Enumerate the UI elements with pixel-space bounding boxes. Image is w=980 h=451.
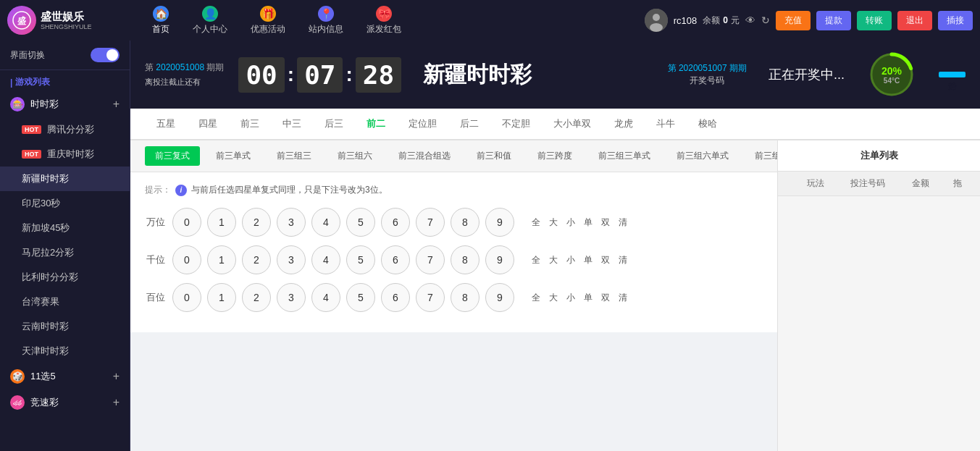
quick-clear-q[interactable]: 清 [619, 254, 627, 266]
num-btn-w6[interactable]: 6 [381, 208, 410, 237]
num-btn-q7[interactable]: 7 [416, 245, 445, 274]
tixian-button[interactable]: 提款 [816, 11, 851, 30]
num-btn-b0[interactable]: 0 [172, 283, 201, 312]
quick-clear-b[interactable]: 清 [619, 292, 627, 304]
kefu-button[interactable]: 插接 [938, 11, 973, 30]
sidebar-item-tengxun[interactable]: HOT 腾讯分分彩 [0, 117, 130, 142]
sub-tab-0[interactable]: 前三复式 [145, 146, 200, 166]
num-btn-w7[interactable]: 7 [416, 208, 445, 237]
num-btn-b3[interactable]: 3 [277, 283, 306, 312]
jingsu-plus[interactable]: + [113, 396, 120, 409]
num-btn-w1[interactable]: 1 [207, 208, 236, 237]
refresh-icon[interactable]: ↻ [761, 14, 770, 26]
num-btn-q6[interactable]: 6 [381, 245, 410, 274]
quick-even-w[interactable]: 双 [601, 216, 610, 229]
interface-toggle[interactable] [91, 48, 120, 62]
chongzhi-button[interactable]: 充值 [776, 11, 811, 30]
num-btn-b6[interactable]: 6 [381, 283, 410, 312]
num-btn-w8[interactable]: 8 [451, 208, 479, 237]
tab-qianer[interactable]: 前二 [355, 109, 397, 140]
sub-tab-9[interactable]: 前三组选和值 [745, 146, 777, 166]
num-btn-b2[interactable]: 2 [242, 283, 271, 312]
num-btn-w3[interactable]: 3 [277, 208, 306, 237]
trend-side-btn[interactable]: 趋势 [939, 72, 966, 77]
quick-odd-b[interactable]: 单 [584, 292, 592, 304]
num-btn-w4[interactable]: 4 [311, 208, 340, 237]
tab-zhongsan[interactable]: 中三 [271, 109, 313, 140]
num-btn-b7[interactable]: 7 [416, 283, 445, 312]
eye-icon[interactable]: 👁 [745, 14, 755, 26]
tab-longhu[interactable]: 龙虎 [603, 109, 645, 140]
quick-even-b[interactable]: 双 [601, 292, 610, 304]
tuichu-button[interactable]: 退出 [897, 11, 932, 30]
num-btn-q8[interactable]: 8 [451, 245, 479, 274]
tab-qiansan[interactable]: 前三 [229, 109, 271, 140]
num-btn-q0[interactable]: 0 [172, 245, 201, 274]
sub-tab-7[interactable]: 前三组三单式 [588, 146, 661, 166]
quick-small-w[interactable]: 小 [566, 216, 575, 229]
quick-all-b[interactable]: 全 [532, 292, 540, 304]
shishicai-plus[interactable]: + [113, 98, 120, 111]
num-btn-b9[interactable]: 9 [485, 283, 514, 312]
quick-small-q[interactable]: 小 [566, 254, 575, 266]
sub-tab-5[interactable]: 前三和值 [466, 146, 522, 166]
tab-housan[interactable]: 后三 [313, 109, 355, 140]
num-btn-q1[interactable]: 1 [207, 245, 236, 274]
quick-small-b[interactable]: 小 [566, 292, 575, 304]
tab-suoha[interactable]: 梭哈 [687, 109, 729, 140]
sub-tab-4[interactable]: 前三混合组选 [388, 146, 461, 166]
num-btn-b4[interactable]: 4 [311, 283, 340, 312]
sidebar-item-xinjiapo[interactable]: 新加坡45秒 [0, 216, 130, 240]
nav-item-station[interactable]: 📍 站内信息 [298, 3, 353, 38]
quick-big-w[interactable]: 大 [549, 216, 558, 229]
sidebar-item-11xuan5[interactable]: 🎲 11选5 + [0, 363, 130, 389]
sidebar-item-jingsu[interactable]: 🏎 竞速彩 + [0, 389, 130, 416]
num-btn-w2[interactable]: 2 [242, 208, 271, 237]
num-btn-w0[interactable]: 0 [172, 208, 201, 237]
nav-item-profile[interactable]: 👤 个人中心 [183, 3, 238, 38]
quick-big-b[interactable]: 大 [549, 292, 558, 304]
sub-tab-3[interactable]: 前三组六 [327, 146, 382, 166]
num-btn-b5[interactable]: 5 [346, 283, 375, 312]
sidebar-item-shishicai[interactable]: 🎰 时时彩 + [0, 91, 130, 117]
quick-big-q[interactable]: 大 [549, 254, 558, 266]
sidebar-item-bilishi[interactable]: 比利时分分彩 [0, 265, 130, 290]
num-btn-q4[interactable]: 4 [311, 245, 340, 274]
sub-tab-6[interactable]: 前三跨度 [527, 146, 582, 166]
quick-even-q[interactable]: 双 [601, 254, 610, 266]
sub-tab-8[interactable]: 前三组六单式 [666, 146, 739, 166]
num-btn-b8[interactable]: 8 [451, 283, 479, 312]
num-btn-q9[interactable]: 9 [485, 245, 514, 274]
nav-item-redpack[interactable]: 🎀 派发红包 [356, 3, 411, 38]
sub-tab-1[interactable]: 前三单式 [206, 146, 261, 166]
num-btn-q3[interactable]: 3 [277, 245, 306, 274]
num-btn-q2[interactable]: 2 [242, 245, 271, 274]
sidebar-item-tianjin[interactable]: 天津时时彩 [0, 339, 130, 363]
tab-wuxing[interactable]: 五星 [145, 109, 187, 140]
tab-houer[interactable]: 后二 [448, 109, 490, 140]
nav-item-home[interactable]: 🏠 首页 [142, 3, 180, 38]
tab-budingdan[interactable]: 不定胆 [490, 109, 542, 140]
tab-sixing[interactable]: 四星 [187, 109, 229, 140]
quick-odd-w[interactable]: 单 [584, 216, 592, 229]
num-btn-b1[interactable]: 1 [207, 283, 236, 312]
sidebar-item-chongqing[interactable]: HOT 重庆时时彩 [0, 142, 130, 167]
zhuanzhang-button[interactable]: 转账 [857, 11, 892, 30]
quick-odd-q[interactable]: 单 [584, 254, 592, 266]
11xuan5-plus[interactable]: + [113, 370, 120, 383]
num-btn-w5[interactable]: 5 [346, 208, 375, 237]
sidebar-item-manila[interactable]: 马尼拉2分彩 [0, 240, 130, 265]
quick-all-q[interactable]: 全 [532, 254, 540, 266]
tab-dingweidan[interactable]: 定位胆 [397, 109, 448, 140]
num-btn-w9[interactable]: 9 [485, 208, 514, 237]
nav-item-promo[interactable]: 🎁 优惠活动 [240, 3, 296, 38]
sidebar-item-taiwan[interactable]: 台湾赛果 [0, 290, 130, 314]
sidebar-item-yinduni[interactable]: 印尼30秒 [0, 191, 130, 216]
quick-clear-w[interactable]: 清 [619, 216, 627, 229]
num-btn-q5[interactable]: 5 [346, 245, 375, 274]
sidebar-item-yunnan[interactable]: 云南时时彩 [0, 314, 130, 339]
sidebar-item-xinjiang[interactable]: 新疆时时彩 [0, 167, 130, 191]
tab-dou-niu[interactable]: 斗牛 [645, 109, 687, 140]
quick-all-w[interactable]: 全 [532, 216, 540, 229]
sub-tab-2[interactable]: 前三组三 [267, 146, 322, 166]
